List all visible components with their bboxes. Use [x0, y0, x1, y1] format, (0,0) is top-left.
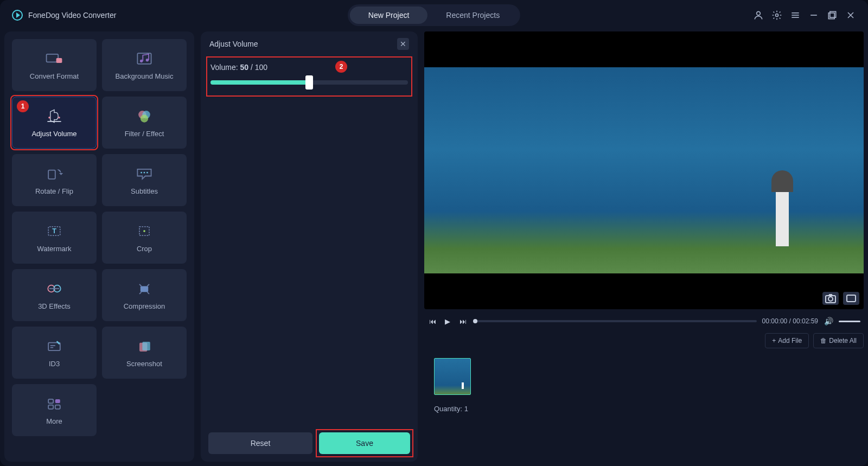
svg-point-20 [141, 114, 148, 122]
tool-crop[interactable]: Crop [102, 212, 187, 264]
rotate-flip-icon [44, 165, 64, 182]
tool-more[interactable]: More [12, 384, 97, 436]
tool-adjust-volume[interactable]: 1 Adjust Volume [12, 97, 97, 149]
trash-icon: 🗑 [820, 337, 827, 344]
app-logo-icon [12, 10, 23, 21]
progress-thumb[interactable] [473, 319, 477, 323]
svg-rect-6 [830, 11, 836, 17]
adjust-volume-icon [44, 108, 64, 124]
tool-label: Watermark [37, 245, 71, 253]
tool-id3[interactable]: ID3 [12, 327, 97, 379]
volume-slider[interactable] [210, 80, 408, 85]
svg-point-15 [48, 116, 50, 118]
tool-3d-effects[interactable]: 3D Effects [12, 269, 97, 321]
maximize-button[interactable] [827, 10, 838, 21]
svg-point-24 [146, 171, 148, 173]
skip-forward-button[interactable]: ⏭ [458, 317, 468, 325]
tool-label: Background Music [116, 72, 174, 80]
crop-icon [135, 223, 154, 239]
preview-tools [822, 292, 859, 305]
id3-icon [44, 338, 64, 354]
preview-content [766, 165, 799, 246]
svg-text:T: T [52, 227, 56, 234]
tool-label: Rotate / Flip [35, 187, 73, 195]
menu-icon[interactable] [790, 10, 801, 21]
more-icon [44, 395, 64, 412]
app-window: FoneDog Video Converter New Project Rece… [0, 0, 868, 466]
panel-header: Adjust Volume ✕ [201, 31, 418, 56]
save-button-wrap: 3 Save [319, 432, 410, 454]
skip-back-button[interactable]: ⏮ [427, 317, 437, 325]
subtitles-icon [135, 165, 154, 182]
file-thumbnails [424, 354, 864, 399]
svg-point-22 [141, 171, 142, 173]
save-button[interactable]: Save [319, 432, 410, 454]
play-button[interactable]: ▶ [443, 317, 452, 325]
add-file-button[interactable]: +Add File [765, 333, 809, 348]
svg-rect-40 [48, 405, 53, 408]
tool-compression[interactable]: Compression [102, 269, 187, 321]
right-panel: ⏮ ▶ ⏭ 00:00:00 / 00:02:59 🔊 +Add File 🗑D… [424, 31, 864, 462]
reset-button[interactable]: Reset [208, 432, 312, 454]
timecode: 00:00:00 / 00:02:59 [762, 317, 818, 325]
panel-close-button[interactable]: ✕ [397, 38, 409, 50]
svg-rect-37 [142, 341, 150, 350]
volume-bar[interactable] [839, 321, 860, 322]
fullscreen-icon[interactable] [843, 292, 859, 305]
filter-effect-icon [135, 108, 154, 124]
tab-recent-projects[interactable]: Recent Projects [427, 7, 518, 24]
video-preview [424, 31, 864, 309]
delete-all-button[interactable]: 🗑Delete All [813, 333, 864, 348]
svg-point-0 [757, 11, 761, 15]
tool-rotate-flip[interactable]: Rotate / Flip [12, 154, 97, 206]
quantity-label: Quantity: 1 [424, 399, 864, 418]
tool-label: Crop [137, 245, 152, 253]
file-thumbnail[interactable] [434, 358, 471, 395]
tool-label: Subtitles [131, 187, 158, 195]
tools-sidebar: Convert Format Background Music 1 Adjust… [4, 31, 194, 462]
progress-bar[interactable] [473, 320, 757, 322]
screenshot-icon [135, 338, 154, 354]
compression-icon [135, 280, 154, 297]
tool-label: Convert Format [30, 72, 79, 80]
preview-frame [424, 67, 864, 273]
tool-label: 3D Effects [38, 302, 71, 310]
close-button[interactable] [845, 10, 856, 21]
app-title: FoneDog Video Converter [28, 11, 116, 20]
volume-section: 2 Volume: 50 / 100 [206, 58, 412, 97]
minimize-button[interactable] [808, 10, 819, 21]
settings-icon[interactable] [771, 10, 782, 21]
tool-label: More [46, 417, 62, 425]
svg-point-28 [143, 230, 145, 232]
watermark-icon: T [44, 223, 64, 239]
tool-label: Screenshot [126, 360, 162, 368]
tool-label: Adjust Volume [31, 130, 76, 138]
player-controls: ⏮ ▶ ⏭ 00:00:00 / 00:02:59 🔊 [424, 315, 864, 328]
tool-filter-effect[interactable]: Filter / Effect [102, 97, 187, 149]
tool-background-music[interactable]: Background Music [102, 39, 187, 91]
volume-icon[interactable]: 🔊 [824, 317, 833, 325]
camera-icon[interactable] [822, 292, 839, 305]
account-icon[interactable] [753, 10, 764, 21]
svg-rect-41 [55, 405, 60, 408]
panel-title: Adjust Volume [209, 40, 258, 48]
volume-label: Volume: 50 / 100 [210, 63, 408, 72]
tool-label: Filter / Effect [125, 130, 164, 138]
plus-icon: + [772, 337, 776, 344]
file-actions: +Add File 🗑Delete All [424, 333, 864, 348]
quantity-value: 1 [464, 405, 468, 413]
svg-rect-32 [141, 286, 148, 292]
adjust-volume-panel: Adjust Volume ✕ 2 Volume: 50 / 100 Reset [201, 31, 418, 462]
slider-thumb[interactable] [305, 75, 313, 90]
tool-watermark[interactable]: T Watermark [12, 212, 97, 264]
slider-fill [210, 80, 309, 85]
volume-value: 50 [240, 63, 248, 72]
convert-format-icon [44, 50, 64, 67]
svg-rect-44 [847, 295, 856, 302]
tab-new-project[interactable]: New Project [350, 7, 427, 24]
svg-point-23 [144, 171, 145, 173]
tool-convert-format[interactable]: Convert Format [12, 39, 97, 91]
file-section: +Add File 🗑Delete All Quantity: 1 [424, 333, 864, 462]
tool-screenshot[interactable]: Screenshot [102, 327, 187, 379]
tool-subtitles[interactable]: Subtitles [102, 154, 187, 206]
